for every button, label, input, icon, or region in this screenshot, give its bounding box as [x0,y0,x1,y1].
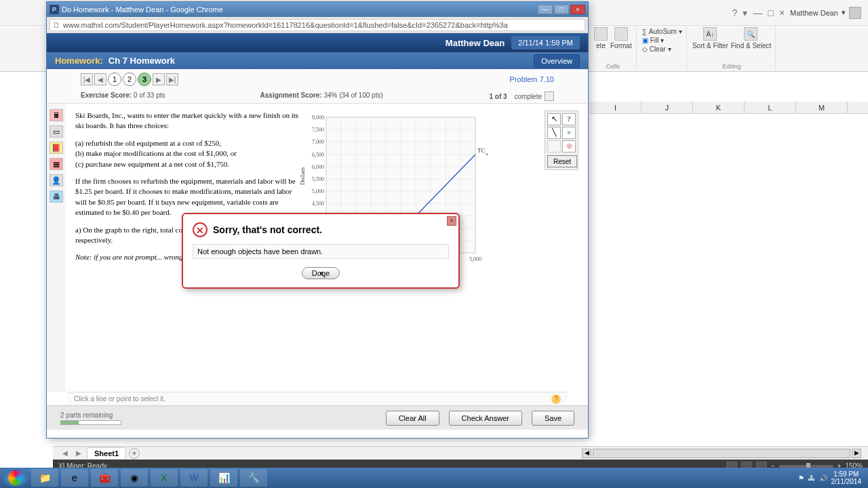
check-answer-button[interactable]: Check Answer [449,411,522,426]
sheet-nav-next-icon[interactable]: ▶ [73,449,84,457]
chrome-titlebar[interactable]: P Do Homework - Matthew Dean - Google Ch… [47,2,588,17]
zoom-slider[interactable] [779,465,833,468]
tray-network-icon[interactable]: 🖧 [808,474,815,482]
url-input[interactable]: 🗋 www.mathxl.com/Student/PlayerHomework.… [50,19,585,31]
pointer-tool-icon[interactable]: ↖ [547,113,561,125]
spreadsheet-grid[interactable]: I J K L M [590,102,868,454]
point-tool-icon[interactable]: ● [562,127,576,139]
task-app2-icon[interactable]: 📊 [210,469,237,487]
prev-question-icon[interactable]: ◀ [94,73,106,85]
question-number[interactable]: 3 [138,73,151,86]
header-user: Matthew Dean [446,38,505,48]
excel-user[interactable]: Matthew Dean▾ [790,7,861,19]
calculator-icon[interactable]: 🖩 [50,109,63,121]
user-name-label: Matthew Dean [790,9,838,17]
clear-all-button[interactable]: Clear All [386,411,439,426]
task-excel-icon[interactable]: X [151,469,178,487]
maximize-button[interactable]: □ [554,5,569,14]
add-sheet-button[interactable]: + [129,448,140,459]
svg-text:5,000: 5,000 [312,188,324,195]
disabled-tool-icon [547,140,561,152]
dialog-close-icon[interactable]: × [447,216,456,226]
hint-help-icon[interactable]: ? [551,394,561,404]
svg-text:5,500: 5,500 [312,176,324,182]
done-button[interactable]: Done [302,267,340,279]
delete-button[interactable]: ete [594,27,608,49]
svg-text:7,000: 7,000 [312,139,324,145]
exercise-score-value: 0 of 33 pts [134,92,165,99]
task-app3-icon[interactable]: 🔧 [240,469,267,487]
question-number[interactable]: 2 [123,73,136,86]
svg-text:6,000: 6,000 [312,164,324,170]
hscroll-right-icon[interactable]: ▶ [852,449,861,458]
line-tool-icon[interactable]: ╲ [547,127,561,139]
col-header[interactable]: L [745,102,796,113]
close-button[interactable]: × [570,5,585,14]
textbook-icon[interactable]: 📕 [50,142,63,154]
app-header: Matthew Dean 2/11/14 1:59 PM [47,33,588,52]
minimize-button[interactable]: — [538,5,553,14]
completion-word: complete [514,93,542,100]
last-question-icon[interactable]: ▶| [166,73,178,85]
score-bar: Exercise Score: 0 of 33 pts Assignment S… [47,89,588,104]
svg-text:TC: TC [477,147,486,154]
overview-button[interactable]: Overview [534,54,580,68]
reset-button[interactable]: Reset [547,155,577,167]
task-explorer-icon[interactable]: 📁 [31,469,58,487]
svg-text:7,500: 7,500 [312,127,324,133]
save-button[interactable]: Save [532,411,574,426]
url-text: www.mathxl.com/Student/PlayerHomework.as… [63,21,508,29]
find-select-button[interactable]: 🔍Find & Select [731,27,771,49]
tray-clock[interactable]: 1:59 PM 2/11/2014 [831,470,862,485]
dialog-message: Not enough objects have been drawn. [193,244,449,259]
tray-sound-icon[interactable]: 🔊 [819,474,827,482]
left-toolbar: 🖩 ▭ 📕 ▦ 👤 🖶 [47,104,66,392]
minimize-icon[interactable]: — [753,7,762,18]
task-word-icon[interactable]: W [180,469,208,487]
print-icon[interactable]: 🖶 [50,190,63,203]
ribbon-collapse-icon[interactable]: ▾ [743,7,747,18]
table-icon[interactable]: ▦ [50,158,63,170]
exercise-score-label: Exercise Score: [81,92,132,99]
restore-icon[interactable]: □ [768,7,773,18]
autosum-button[interactable]: ∑AutoSum▾ [642,27,682,36]
tray-flag-icon[interactable]: ⚑ [798,474,804,482]
first-question-icon[interactable]: |◀ [81,73,93,85]
error-dialog: × ✕ Sorry, that's not correct. Not enoug… [182,213,460,289]
help-tool-icon[interactable]: ? [562,113,576,125]
dialog-title: Sorry, that's not correct. [213,224,322,235]
sort-filter-button[interactable]: A↓Sort & Filter [692,27,728,49]
footer-bar: 2 parts remaining Clear All Check Answer… [47,405,588,430]
delete-tool-icon[interactable]: ⊗ [562,140,576,152]
task-ie-icon[interactable]: e [61,469,88,487]
assignment-score-value: 34% (34 of 100 pts) [323,92,382,99]
header-datetime: 2/11/14 1:59 PM [511,36,580,49]
help-me-icon[interactable]: 👤 [50,174,63,186]
popout-icon[interactable] [545,92,554,101]
problem-label: Problem 7.10 [510,75,554,83]
col-header[interactable]: I [590,102,642,113]
question-number[interactable]: 1 [108,73,121,86]
start-button[interactable] [3,469,28,487]
next-question-icon[interactable]: ▶ [153,73,165,85]
hscroll-left-icon[interactable]: ◀ [582,449,591,458]
video-icon[interactable]: ▭ [50,125,63,138]
format-button[interactable]: Format [610,27,632,49]
fill-button[interactable]: ▣Fill▾ [642,36,682,45]
clear-button[interactable]: ◇Clear▾ [642,45,682,54]
progress-bar [60,420,121,425]
svg-text:4,500: 4,500 [312,201,324,207]
sheet-tab[interactable]: Sheet1 [87,447,126,459]
svg-text:6,500: 6,500 [312,152,324,158]
svg-text:5,000: 5,000 [469,256,481,262]
task-app-icon[interactable]: 🧰 [91,469,118,487]
user-avatar-icon [849,7,861,19]
sheet-nav-prev-icon[interactable]: ◀ [60,449,71,457]
help-icon[interactable]: ? [732,7,738,18]
col-header[interactable]: K [693,102,745,113]
task-chrome-icon[interactable]: ◉ [121,469,148,487]
close-icon[interactable]: × [779,7,785,18]
col-header[interactable]: M [796,102,848,113]
col-header[interactable]: J [642,102,693,113]
hint-text: Click a line or point to select it. [74,395,165,403]
